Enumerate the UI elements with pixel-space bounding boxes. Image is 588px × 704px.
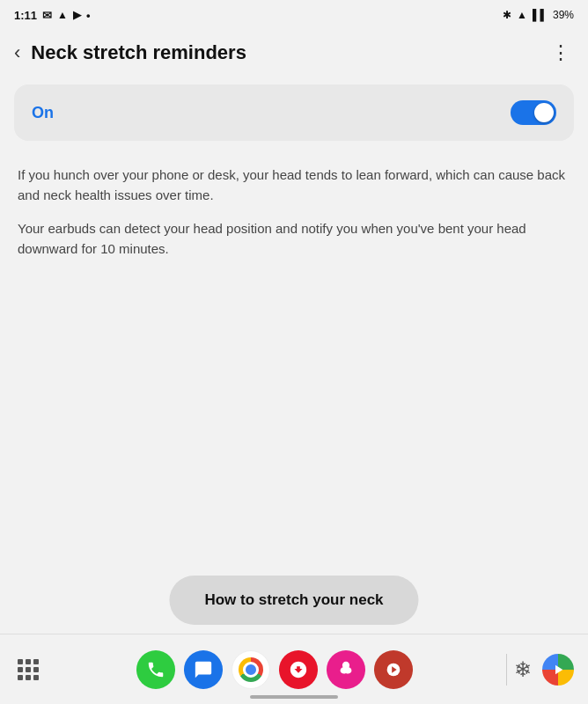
signal-icon: ▌▌ (533, 9, 548, 21)
nav-app-icons (49, 650, 499, 689)
status-bar: 1:11 ✉ ▲ ▶ • ✱ ▲ ▌▌ 39% (0, 0, 588, 28)
map-icon: ▲ (57, 9, 68, 21)
mail-icon: ✉ (42, 9, 52, 22)
youtube-icon: ▶ (73, 9, 81, 21)
status-bar-left: 1:11 ✉ ▲ ▶ • (14, 9, 90, 22)
app-chrome[interactable] (232, 650, 270, 689)
app-messages[interactable] (184, 650, 223, 689)
app-pocket[interactable] (279, 650, 318, 689)
dot-icon: • (86, 9, 91, 22)
nav-extra-icons: ❄ (514, 654, 574, 686)
time-display: 1:11 (14, 9, 37, 22)
play-store-icon[interactable] (542, 654, 574, 686)
how-to-stretch-button[interactable]: How to stretch your neck (169, 576, 418, 625)
nav-bar: ❄ (0, 634, 588, 704)
battery-display: 39% (553, 9, 574, 21)
wifi-icon: ▲ (517, 9, 527, 21)
grid-icon (18, 659, 39, 680)
back-button[interactable]: ‹ (14, 43, 20, 62)
description-para2: Your earbuds can detect your head positi… (18, 219, 570, 259)
app-screen-recorder[interactable] (374, 650, 413, 689)
toggle-label: On (32, 104, 54, 122)
header: ‹ Neck stretch reminders ⋮ (0, 28, 588, 77)
app-phone[interactable] (136, 650, 175, 689)
page-title: Neck stretch reminders (31, 41, 548, 64)
home-indicator (250, 695, 338, 699)
app-drawer-button[interactable] (14, 656, 42, 684)
toggle-card: On (14, 84, 574, 141)
nav-divider (506, 654, 507, 686)
bluetooth-icon: ✱ (503, 9, 511, 21)
app-blossom[interactable] (327, 650, 365, 689)
on-off-toggle[interactable] (511, 100, 556, 125)
status-bar-right: ✱ ▲ ▌▌ 39% (503, 9, 574, 21)
description-para1: If you hunch over your phone or desk, yo… (18, 165, 570, 205)
snowflake-icon[interactable]: ❄ (514, 657, 532, 682)
more-options-button[interactable]: ⋮ (548, 38, 574, 68)
description-section: If you hunch over your phone or desk, yo… (0, 148, 588, 259)
